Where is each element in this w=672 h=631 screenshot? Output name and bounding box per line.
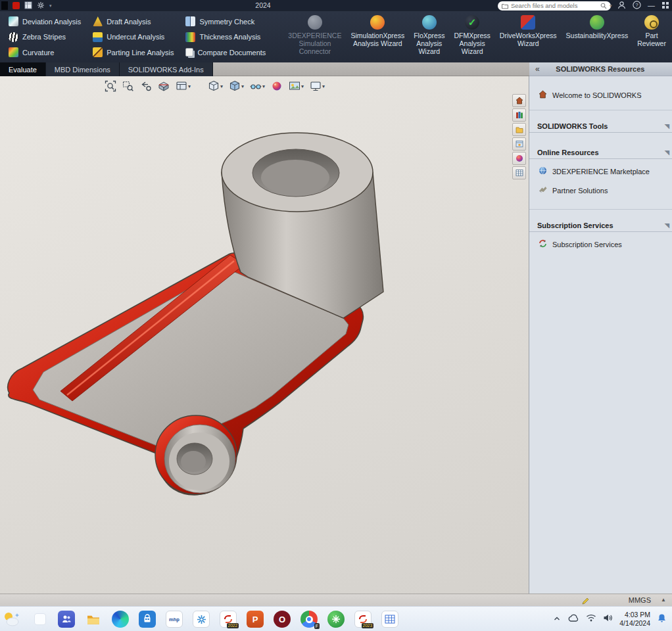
taskbar-widget-button[interactable] (34, 613, 46, 625)
ribbon-label: Zebra Stripes (22, 33, 66, 41)
teams-app-icon[interactable] (58, 611, 75, 628)
new-document-icon[interactable] (24, 0, 32, 12)
appearances-scenes-icon[interactable] (512, 152, 526, 165)
file-explorer-app-icon[interactable] (85, 611, 102, 628)
ribbon-label: Thickness Analysis (199, 33, 260, 41)
thickness-analysis-icon (185, 32, 195, 42)
welcome-link[interactable]: Welcome to SOLIDWORKS (529, 85, 672, 105)
ribbon-button-parting-line-analysis[interactable]: Parting Line Analysis (87, 45, 180, 60)
link-3dexperience-marketplace[interactable]: 3DEXPERIENCE Marketplace (529, 162, 672, 181)
caret-down-icon: ▾ (241, 83, 244, 89)
ribbon-button-symmetry-check[interactable]: Symmetry Check (180, 14, 272, 29)
window-layout-icon[interactable] (661, 0, 669, 12)
solidworks-logo-icon[interactable] (12, 2, 20, 9)
search-input[interactable] (511, 2, 598, 10)
ribbon-button-draft-analysis[interactable]: Draft Analysis (87, 14, 180, 29)
app-icon[interactable] (1, 1, 8, 10)
user-account-icon[interactable] (617, 0, 626, 12)
home-icon (539, 90, 547, 100)
task-pane-header: « SOLIDWORKS Resources (529, 62, 672, 76)
help-icon[interactable]: ? (633, 0, 641, 12)
notification-bell-icon[interactable] (657, 613, 667, 626)
ribbon-label: DFMXpress Analysis Wizard (454, 32, 490, 55)
view-palette-icon[interactable] (512, 137, 526, 151)
file-explorer-icon[interactable] (512, 123, 526, 136)
hidden-icons-chevron[interactable] (553, 613, 561, 625)
section-pin-icon[interactable]: ◥ (665, 123, 669, 129)
caret-down-icon: ▾ (262, 83, 265, 89)
design-library-icon[interactable] (512, 108, 526, 122)
tab-mbd-dimensions[interactable]: MBD Dimensions (46, 62, 120, 76)
hide-show-items-button[interactable]: ▾ (249, 80, 266, 93)
compare-documents-icon (185, 48, 193, 57)
weather-widget-icon[interactable] (1, 610, 21, 631)
ribbon-button-compare-documents[interactable]: Compare Documents (180, 45, 272, 60)
edit-appearance-button[interactable] (270, 80, 283, 93)
units-indicator[interactable]: MMGS (629, 596, 651, 604)
spreadsheet-app-icon[interactable] (381, 611, 398, 628)
section-solidworks-tools[interactable]: SOLIDWORKS Tools ◥ (529, 116, 672, 133)
ribbon-button-dfmxpress[interactable]: DFMXpress Analysis Wizard (449, 12, 494, 61)
ribbon-button-undercut-analysis[interactable]: Undercut Analysis (87, 30, 180, 45)
mhp-app-icon[interactable]: mhp (166, 611, 183, 628)
units-caret-icon[interactable]: ▲ (661, 597, 666, 603)
volume-icon[interactable] (603, 613, 613, 625)
minimize-button[interactable]: — (648, 1, 655, 11)
annotation-views-button[interactable]: ▾ (175, 80, 191, 93)
search-magnifier-icon[interactable] (600, 0, 607, 12)
opera-browser-icon[interactable]: O (274, 611, 291, 628)
ribbon-button-thickness-analysis[interactable]: Thickness Analysis (180, 30, 272, 45)
ribbon-button-sustainabilityxpress[interactable]: SustainabilityXpress (562, 12, 633, 61)
home-tab-icon[interactable] (512, 94, 526, 107)
zoom-to-area-button[interactable] (122, 80, 135, 93)
ribbon-button-part-reviewer[interactable]: Part Reviewer (633, 12, 671, 61)
ribbon-button-simulationxpress[interactable]: SimulationXpress Analysis Wizard (346, 12, 409, 61)
ribbon-label: Curvature (22, 49, 54, 57)
section-view-button[interactable] (157, 80, 170, 93)
sustainabilityxpress-icon (590, 15, 604, 30)
search-scope-folder-icon[interactable] (502, 0, 508, 12)
ribbon-button-deviation-analysis[interactable]: Deviation Analysis (3, 14, 87, 29)
section-pin-icon[interactable]: ◥ (665, 222, 669, 229)
apply-scene-button[interactable]: ▾ (288, 80, 304, 93)
task-pane-tab-strip (512, 94, 527, 181)
ribbon-button-driveworksxpress[interactable]: DriveWorksXpress Wizard (495, 12, 562, 61)
zoom-to-fit-button[interactable] (104, 80, 117, 93)
solidworks-2023-app-icon[interactable]: 2023 (354, 611, 372, 628)
catia-flower-app-icon[interactable] (193, 611, 210, 628)
ribbon-label: Symmetry Check (199, 18, 254, 26)
part-model-3d[interactable] (0, 76, 529, 594)
previous-view-button[interactable] (139, 80, 153, 93)
clock-datetime[interactable]: 4:03 PM 4/14/2024 (619, 611, 650, 628)
section-subscription-services[interactable]: Subscription Services ◥ (529, 215, 672, 232)
caret-down-icon: ▾ (301, 83, 304, 89)
ribbon-button-zebra-stripes[interactable]: Zebra Stripes (3, 30, 87, 45)
graphics-viewport[interactable]: ▾ ▾ ▾ ▾ ▾ ▾ (0, 76, 529, 594)
powerpoint-app-icon[interactable]: P (247, 611, 264, 628)
ribbon-button-floxpress[interactable]: FloXpress Analysis Wizard (409, 12, 449, 61)
onedrive-cloud-icon[interactable] (567, 613, 579, 625)
edge-browser-icon[interactable] (112, 611, 129, 628)
view-orientation-button[interactable]: ▾ (207, 80, 224, 93)
display-style-button[interactable]: ▾ (228, 80, 245, 93)
settings-caret-icon[interactable]: ▾ (49, 3, 52, 9)
link-partner-solutions[interactable]: Partner Solutions (529, 181, 672, 200)
custom-properties-icon[interactable] (512, 166, 526, 179)
windows-taskbar: mhp 2022 P O F 2023 4:03 PM 4/14/2024 (0, 606, 672, 631)
search-caret-icon[interactable]: ▾ (610, 3, 612, 9)
microsoft-store-icon[interactable] (139, 611, 156, 628)
settings-gear-icon[interactable] (37, 0, 45, 12)
tab-evaluate[interactable]: Evaluate (0, 62, 46, 76)
section-online-resources[interactable]: Online Resources ◥ (529, 142, 672, 159)
section-pin-icon[interactable]: ◥ (665, 149, 669, 156)
wifi-icon[interactable] (586, 613, 596, 625)
link-subscription-services[interactable]: Subscription Services (529, 235, 672, 254)
collapse-pane-button[interactable]: « (535, 62, 540, 76)
solidworks-2022-app-icon[interactable]: 2022 (220, 611, 237, 628)
ribbon-button-curvature[interactable]: Curvature (3, 45, 87, 60)
search-box[interactable]: ▾ (498, 1, 611, 11)
edrawings-app-icon[interactable] (327, 611, 345, 628)
view-settings-button[interactable]: ▾ (309, 80, 325, 93)
chrome-browser-icon[interactable]: F (300, 611, 318, 628)
tab-solidworks-add-ins[interactable]: SOLIDWORKS Add-Ins (120, 62, 213, 76)
